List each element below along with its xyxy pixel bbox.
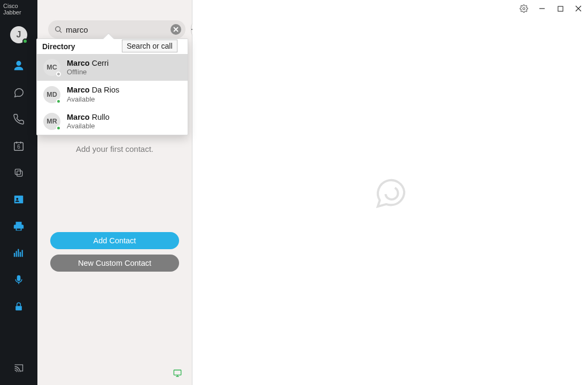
- presence-dot-icon: [56, 72, 61, 76]
- svg-rect-12: [174, 370, 181, 375]
- minimize-icon: [539, 5, 545, 12]
- main-content: [192, 0, 588, 385]
- maximize-button[interactable]: [555, 3, 566, 14]
- presence-dot-icon: [22, 38, 28, 44]
- person-icon: [13, 60, 25, 72]
- svg-point-13: [523, 7, 525, 10]
- copy-icon: [13, 167, 24, 178]
- result-name: Marco Da Rios: [67, 85, 119, 95]
- chat-icon: [13, 87, 25, 98]
- result-name: Marco Rullo: [67, 112, 110, 122]
- phone-icon: [13, 113, 25, 125]
- app-title: Cisco Jabber: [0, 2, 37, 17]
- empty-hint: Add your first contact.: [37, 144, 192, 153]
- nav-analytics[interactable]: [0, 245, 37, 260]
- search-icon: [55, 26, 63, 34]
- svg-rect-14: [558, 6, 562, 11]
- microphone-icon: [13, 274, 24, 286]
- svg-rect-6: [16, 251, 17, 257]
- result-avatar: MR: [43, 113, 60, 130]
- jabber-watermark-icon: [372, 174, 409, 211]
- calendar-badge: 6: [17, 144, 20, 150]
- svg-rect-10: [16, 306, 22, 310]
- nav-audio[interactable]: [0, 272, 37, 287]
- result-status: Offline: [67, 68, 109, 76]
- close-button[interactable]: [573, 3, 584, 14]
- nav-chat[interactable]: [0, 85, 37, 100]
- svg-rect-9: [22, 250, 23, 257]
- svg-rect-1: [17, 171, 22, 176]
- nav-contacts[interactable]: [0, 58, 37, 73]
- nav-print[interactable]: [0, 219, 37, 234]
- navigation-sidebar: Cisco Jabber J 6: [0, 0, 37, 385]
- nav-lock[interactable]: [0, 299, 37, 314]
- presence-dot-icon: [56, 99, 61, 104]
- add-contact-button[interactable]: Add Contact: [50, 232, 179, 249]
- close-icon: [173, 27, 179, 32]
- search-input[interactable]: [63, 25, 171, 34]
- contact-card-icon: [13, 194, 25, 205]
- nav-meetings[interactable]: [0, 165, 37, 180]
- minimize-button[interactable]: [537, 3, 547, 14]
- self-avatar[interactable]: J: [10, 26, 27, 43]
- svg-rect-5: [14, 253, 15, 257]
- result-text: Marco RulloAvailable: [67, 112, 110, 130]
- nav-voicemail[interactable]: [0, 192, 37, 207]
- result-name: Marco Cerri: [67, 58, 109, 68]
- nav-cast[interactable]: [0, 360, 37, 375]
- lock-icon: [13, 301, 24, 312]
- svg-point-11: [56, 26, 60, 31]
- result-avatar: MD: [43, 86, 60, 103]
- nav-calendar[interactable]: 6: [0, 138, 37, 153]
- svg-point-4: [16, 198, 18, 200]
- nav-calls[interactable]: [0, 112, 37, 127]
- result-avatar: MC: [43, 59, 60, 76]
- result-text: Marco Da RiosAvailable: [67, 85, 119, 103]
- printer-icon: [12, 220, 25, 232]
- search-box[interactable]: [48, 20, 185, 38]
- svg-rect-3: [14, 196, 24, 204]
- result-status: Available: [67, 122, 110, 130]
- search-results-dropdown: Directory MCMarco CerriOfflineMDMarco Da…: [36, 38, 188, 135]
- search-tooltip: Search or call: [122, 40, 177, 52]
- result-text: Marco CerriOffline: [67, 58, 109, 76]
- search-result[interactable]: MRMarco RulloAvailable: [37, 108, 188, 135]
- close-icon: [575, 5, 582, 12]
- cast-icon: [13, 363, 25, 373]
- new-custom-contact-button[interactable]: New Custom Contact: [50, 255, 179, 272]
- gear-icon: [520, 4, 528, 13]
- svg-rect-8: [20, 252, 21, 257]
- screen-share-icon[interactable]: [173, 369, 182, 378]
- svg-rect-7: [18, 249, 19, 257]
- settings-button[interactable]: [519, 3, 529, 14]
- search-result[interactable]: MDMarco Da RiosAvailable: [37, 81, 188, 107]
- search-result[interactable]: MCMarco CerriOffline: [37, 54, 188, 81]
- bars-icon: [13, 247, 25, 259]
- maximize-icon: [558, 6, 563, 12]
- presence-dot-icon: [56, 126, 61, 130]
- result-status: Available: [67, 95, 119, 104]
- clear-search-button[interactable]: [171, 24, 181, 35]
- self-avatar-initial: J: [17, 30, 21, 40]
- svg-rect-2: [15, 169, 20, 174]
